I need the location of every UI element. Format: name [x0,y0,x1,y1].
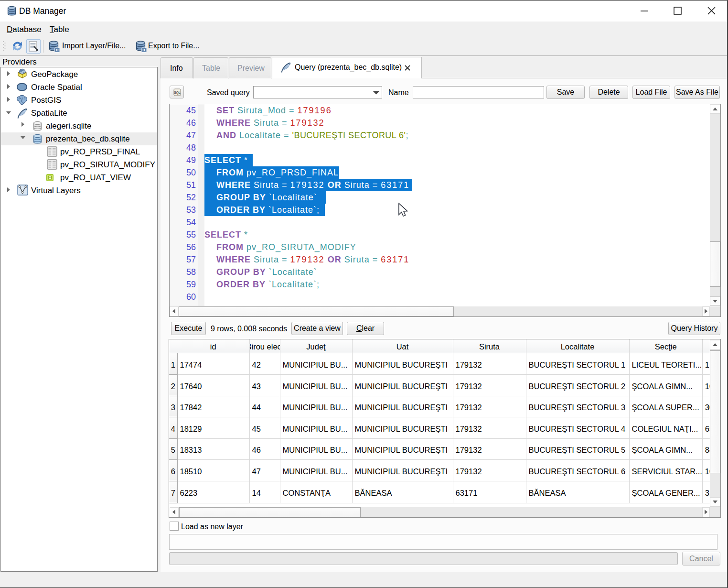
svg-text:SQL: SQL [174,91,180,95]
